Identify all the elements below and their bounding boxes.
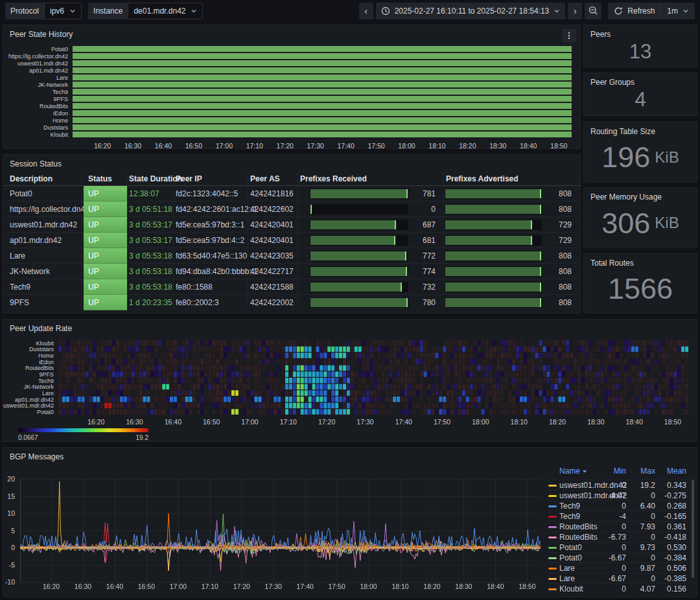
bgp-x-tick-label: 16:50 (138, 583, 155, 590)
bgp-x-tick-label: 17:20 (233, 583, 250, 590)
variable-instance-value: de01.mdr.dn42 (134, 6, 185, 16)
peer-state-row-label: iEdon (3, 110, 69, 117)
time-shift-back-button[interactable]: ‹ (359, 3, 373, 19)
prefixes-received-value: 772 (410, 248, 436, 264)
legend-row[interactable]: Lare09.870.506 (548, 562, 692, 573)
gauge-cap (394, 236, 395, 245)
clock-icon (381, 6, 390, 16)
panel-peer-update-rate: Peer Update Rate 0.0667 19.2 KloubitDust… (3, 319, 697, 442)
table-row: Potat0UP12:38:07fd2c:1323:4042::54242421… (3, 185, 580, 201)
gauge-cap (406, 189, 408, 198)
psh-x-tick-label: 18:00 (398, 142, 415, 150)
variable-protocol-dropdown[interactable]: ipv6 (44, 3, 82, 19)
stat-unit: KiB (655, 215, 679, 231)
prefixes-received-value: 781 (410, 186, 436, 202)
color-scale-max: 19.2 (18, 434, 148, 441)
session-description: ap01.mdr.dn42 (10, 233, 62, 248)
legend-series-name: Lare (559, 563, 575, 573)
legend-row[interactable]: Lare-6.670-0.385 (548, 573, 692, 584)
legend-mean: -0.384 (646, 553, 686, 563)
heatmap-row-label: JK-Network (3, 384, 55, 390)
gauge-fill (310, 236, 394, 245)
heatmap-x-tick-label: 16:50 (203, 418, 220, 426)
refresh-interval-value: 1m (667, 6, 678, 16)
variable-instance-label: Instance (88, 3, 128, 19)
legend-scrollbar[interactable] (692, 479, 694, 578)
time-range-picker[interactable]: 2025-02-27 16:10:11 to 2025-02-27 18:54:… (376, 3, 566, 19)
gauge-fill (310, 189, 406, 198)
peer-state-bar (73, 60, 572, 66)
session-description: https://lg.collector.dn42 (10, 202, 89, 217)
session-state-duration: 12:38:07 (129, 186, 159, 202)
legend-row[interactable]: Tech9-40-0.165 (548, 511, 692, 522)
prefixes-received-gauge (310, 204, 408, 214)
bgp-x-tick-label: 17:00 (170, 583, 187, 590)
zoom-out-time-button[interactable] (585, 3, 601, 19)
legend-series-swatch (548, 505, 557, 507)
gauge-fill (445, 283, 540, 292)
prefixes-advertised-value: 808 (544, 279, 572, 295)
peer-state-row-label: Tech9 (3, 89, 69, 95)
legend-mean: -0.275 (646, 490, 686, 501)
prefixes-received-gauge (310, 220, 408, 230)
psh-x-tick-label: 16:30 (124, 142, 141, 150)
gauge-fill (445, 236, 531, 245)
legend-row[interactable]: uswest01.mdr.dn42019.20.343 (548, 479, 692, 490)
prefixes-advertised-value: 808 (544, 202, 572, 217)
legend-row[interactable]: RoutedBits07.930.361 (548, 521, 692, 532)
heatmap-x-tick-label: 17:50 (434, 418, 450, 426)
heatmap-row-label: Home (3, 352, 55, 359)
legend-series-name: Tech9 (559, 501, 580, 511)
variable-protocol-value: ipv6 (50, 6, 64, 16)
heatmap-row-label: Kloubit (3, 340, 55, 347)
refresh-controls: Refresh 1m (608, 3, 695, 19)
bgp-x-tick-label: 18:20 (423, 583, 440, 590)
heatmap-x-tick-label: 17:30 (356, 418, 373, 426)
peer-state-bar (73, 132, 572, 137)
topbar: Protocol ipv6 Instance de01.mdr.dn42 ‹ 2… (0, 0, 700, 21)
legend-row[interactable]: Tech906.400.268 (548, 500, 692, 511)
legend-row[interactable]: Potat0-6.670-0.384 (548, 552, 692, 563)
stat-value: 13 (584, 25, 697, 67)
gauge-fill (445, 205, 540, 214)
session-peer-as: 4242421816 (250, 186, 294, 202)
variable-instance-dropdown[interactable]: de01.mdr.dn42 (128, 3, 203, 19)
heatmap-row-label: uswest01.mdr.dn42 (3, 402, 55, 409)
prefixes-advertised-gauge (445, 297, 542, 308)
legend-row[interactable]: Kloubit04.070.156 (548, 583, 692, 594)
legend-row[interactable]: uswest01.mdr.dn42-4.070-0.275 (548, 490, 692, 501)
table-row: 9PFSUP1 d 20:23:35fe80::2002:34242422002… (3, 294, 580, 310)
panel-menu-kebab-icon[interactable] (562, 29, 576, 43)
session-peer-ip: fe80::1588 (176, 279, 213, 295)
stat-value: 306KiB (584, 188, 697, 248)
session-state-duration: 3 d 05:53:17 (129, 233, 172, 248)
heatmap-x-tick-label: 18:20 (549, 418, 566, 426)
gauge-cap (540, 298, 541, 307)
session-description: Lare (10, 248, 25, 264)
legend-row[interactable]: Potat009.730.530 (548, 542, 692, 553)
heatmap-x-tick-label: 17:40 (395, 418, 412, 426)
refresh-interval-dropdown[interactable]: 1m (660, 3, 695, 19)
gauge-cap (531, 220, 532, 229)
heatmap-x-tick-label: 17:10 (280, 418, 297, 426)
refresh-button[interactable]: Refresh (608, 3, 660, 19)
bgp-x-tick-label: 16:30 (75, 583, 91, 590)
peer-state-row-label: uswest01.mdr.dn42 (3, 60, 69, 67)
legend-header-name[interactable]: Name (559, 467, 587, 476)
timeseries-plot (20, 474, 541, 587)
legend-series-swatch (548, 568, 557, 570)
session-state-duration: 3 d 05:53:18 (129, 248, 172, 264)
prefixes-advertised-value: 808 (544, 186, 572, 202)
gauge-cap (540, 251, 541, 260)
variable-protocol: Protocol ipv6 (5, 3, 82, 19)
gauge-fill (310, 251, 405, 260)
legend-header-mean[interactable]: Mean (646, 467, 686, 476)
prefixes-received-gauge (310, 251, 408, 261)
peer-state-row-label: Lare (3, 75, 69, 81)
legend-row[interactable]: RoutedBits-6.730-0.418 (548, 531, 692, 542)
legend-series-name: Tech9 (559, 511, 580, 522)
legend-series-swatch (548, 526, 557, 528)
bgp-x-tick-label: 17:40 (297, 583, 314, 590)
legend-mean: 0.343 (646, 480, 686, 490)
time-shift-forward-button[interactable]: › (568, 3, 582, 19)
